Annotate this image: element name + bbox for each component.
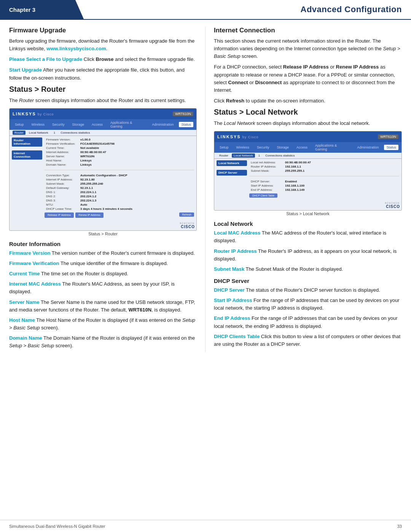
rs-sidebar: Router Information Internet Connection [12,137,42,218]
nav-apps[interactable]: Applications & Gaming [108,120,147,129]
start-ip-para: Start IP Address For the range of IP add… [214,297,402,312]
table-row: Domain Name:Linksys [45,163,194,167]
router-italic: Router [19,97,34,103]
rs-router-info-table: Firmware Version:v1.00.0 Firmware Verifi… [45,137,194,167]
table-row: Firmware Verification:FCCA4E555151414579… [45,142,194,146]
ln-local-table: Local net Address:00:90:4B:00:00:47 Rout… [249,160,399,173]
refresh-btn[interactable]: Refresh [179,212,194,217]
browse-label: Browse [96,56,114,62]
table-row: DNS 1:202.224.1.1 [45,190,194,194]
table-row: Server Name:WRT610N [45,154,194,158]
renew-ip-label: Renew IP Address [336,64,379,70]
table-row: Default Gateway:92.19.1.1 [45,186,194,190]
ln-divider [249,176,399,176]
router-ip-label: Router IP Address [214,248,257,254]
domain-name-para: Domain Name The Domain Name of the Route… [9,334,197,350]
chapter-label: Chapter 3 [0,0,84,19]
domain-name-setup: Setup > Basic Setup [9,343,54,348]
ln-nav-setup[interactable]: Setup [217,145,231,150]
ln-nav-apps[interactable]: Applications & Gaming [313,143,352,152]
internet-connection-para1: This section shows the current network i… [214,37,402,60]
status-local-network-para: The Local Network screen displays inform… [214,120,402,127]
ln-nav-status[interactable]: Status [384,145,398,150]
table-row: Host Name:Linksys [45,158,194,163]
refresh-label: Refresh [226,98,244,104]
router-screen-caption: Status > Router [9,232,197,236]
nav-wireless[interactable]: Wireless [29,122,47,127]
table-row: Local net Address:00:90:4B:00:00:47 [249,160,399,165]
subnav-local[interactable]: Local Network [27,131,50,135]
ln-nav-security[interactable]: Security [255,145,272,150]
internet-connection-para2: For a DHCP connection, select Release IP… [214,63,402,94]
left-column: Firmware Upgrade Before upgrading the fi… [9,27,206,352]
subnav-conn[interactable]: Connections statistics [59,131,92,135]
ln-sidebar-dhcp: DHCP Server [217,170,247,176]
divider [45,170,194,170]
ln-subnav-local[interactable]: Local Network [232,153,255,158]
firmware-version-label: Firmware Version [9,250,50,256]
page-header: Chapter 3 Advanced Configuration [0,0,411,20]
ln-subnav-1[interactable]: 1 [256,153,262,158]
linksys-website-link[interactable]: www.linksysbycisco.com [46,46,106,51]
table-row: Firmware Version:v1.00.0 [45,137,194,142]
server-name-para: Server Name The Server Name is the name … [9,299,197,314]
disconnect-label: Disconnect [255,80,282,85]
rs-main: Firmware Version:v1.00.0 Firmware Verifi… [45,137,194,218]
main-content: Firmware Upgrade Before upgrading the fi… [0,20,411,359]
ln-main: Local net Address:00:90:4B:00:00:47 Rout… [249,160,399,198]
page-title: Advanced Configuration [84,0,411,19]
nav-admin[interactable]: Administration [150,122,176,127]
router-ip-para: Router IP Address The Router's IP addres… [214,248,402,263]
table-row: DHCP Lease Time:3 days 4 hours 3 minutes… [45,207,194,211]
table-row: Current Time:Not available [45,146,194,150]
rs-logo: LINKSYS by Cisco [13,112,54,116]
ln-cisco-logo: a|u|u|u CISCO [214,199,401,210]
release-ip-label: Release IP Address [283,64,329,70]
renew-ip-btn[interactable]: Renew IP Address [75,212,103,218]
page-footer: Simultaneous Dual-Band Wireless-N Gigabi… [0,520,411,532]
nav-storage[interactable]: Storage [70,122,87,127]
footer-right: 33 [397,524,402,529]
table-row: Connection Type:Automatic Configuration … [45,173,194,177]
firmware-upgrade-para1: Before upgrading the firmware, download … [9,37,197,53]
ln-subnav-conn[interactable]: Connections statistics [263,153,296,158]
internet-mac-para: Internet MAC Address The Router's MAC Ad… [9,280,197,296]
firmware-step2: Start Upgrade After you have selected th… [9,66,197,81]
ln-subnav-router[interactable]: Router [217,153,230,158]
local-network-screen-image: LINKSYS by Cisco WRT610N Setup Wireless … [214,131,402,211]
start-upgrade-label: Start Upgrade [9,67,42,73]
table-row: Start IP Address:192.168.1.100 [249,184,399,188]
nav-security[interactable]: Security [50,122,67,127]
nav-setup[interactable]: Setup [13,122,26,127]
internet-connection-para3: Click Refresh to update the on-screen in… [214,97,402,105]
ln-model: WRT610N [378,134,398,139]
table-row: Internet Address:00:90:4B:00:00:47 [45,150,194,154]
router-screen-image: LINKSYS by Cisco WRT610N Setup Wireless … [9,108,197,231]
internet-mac-label: Internet MAC Address [9,281,61,287]
table-row: DNS 2:202.224.1.2 [45,194,194,198]
ln-nav-wireless[interactable]: Wireless [234,145,252,150]
ln-nav-storage[interactable]: Storage [275,145,292,150]
ln-nav-access[interactable]: Access [294,145,310,150]
release-ip-btn[interactable]: Release IP Address [45,212,74,218]
subnav-router[interactable]: Router [13,131,25,135]
firmware-version-para: Firmware Version The version number of t… [9,249,197,257]
current-time-para: Current Time The time set on the Router … [9,270,197,278]
dhcp-server-subtitle: DHCP Server [214,278,402,284]
server-name-default: WRT610N [128,307,151,313]
rs-body: Router Information Internet Connection F… [10,136,196,219]
local-mac-para: Local MAC Address The MAC address of the… [214,229,402,244]
subnav-1[interactable]: 1 [52,131,57,135]
footer-left: Simultaneous Dual-Band Wireless-N Gigabi… [9,524,105,529]
nav-status[interactable]: Status [179,122,193,127]
status-local-network-title: Status > Local Network [214,108,402,117]
current-time-label: Current Time [9,271,40,276]
dhcp-client-table-btn[interactable]: DHCP Client Table [249,193,277,198]
rs-cisco-logo: a|u|u|u CISCO [10,219,196,230]
dhcp-clients-table-para: DHCP Clients Table Click this button to … [214,333,402,348]
firmware-verif-para: Firmware Verification The unique identif… [9,260,197,267]
ln-nav-admin[interactable]: Administration [355,145,381,150]
table-row: MTU:Auto [45,203,194,207]
nav-access[interactable]: Access [89,122,105,127]
chapter-text: Chapter 3 [9,6,35,13]
